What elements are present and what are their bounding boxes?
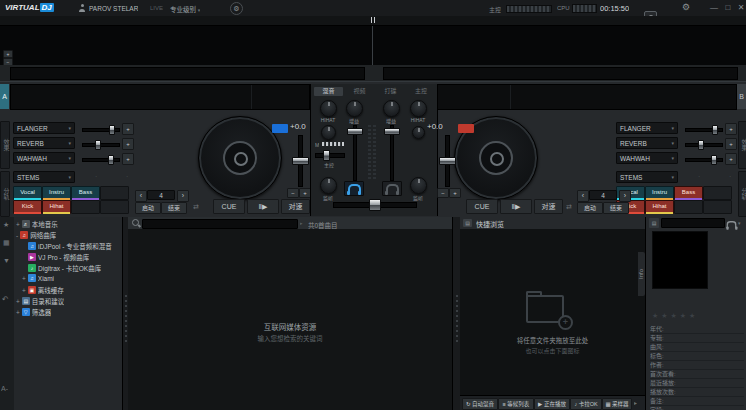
sampler-button[interactable]: ▦ 采样器 <box>602 398 632 410</box>
broadcast-icon[interactable]: ⚙ <box>230 2 243 15</box>
search-input[interactable] <box>142 219 298 229</box>
info-menu-icon[interactable]: ▤ <box>649 218 659 228</box>
deck-a-beatjump-icon[interactable]: ⇄ <box>193 203 199 211</box>
maximize-button[interactable]: □ <box>723 2 733 14</box>
deck-a-pad-empty[interactable] <box>71 200 100 214</box>
deck-b-gain-knob[interactable] <box>383 100 400 117</box>
deck-a-fx1-select[interactable]: FLANGER▾ <box>13 122 75 134</box>
mixer-tab-scratch[interactable]: 打碟 <box>376 87 405 96</box>
chevron-down-icon[interactable]: ▾ <box>738 220 741 226</box>
deck-a-jog-wheel[interactable] <box>198 116 282 200</box>
info-side-tab[interactable]: Info <box>638 252 645 296</box>
automix-button[interactable]: ↻ 自动混音 <box>462 398 498 410</box>
tree-item-xiami[interactable]: +♫Xiami <box>22 274 54 282</box>
deck-a-pad-instru[interactable]: Instru <box>42 186 71 200</box>
deck-a-fx2-slider[interactable] <box>82 143 120 147</box>
deck-a-fx3-select[interactable]: WAHWAH▾ <box>13 152 75 164</box>
deck-b-fx2-add-button[interactable]: + <box>725 138 737 150</box>
cue-mix-knob[interactable] <box>412 126 425 139</box>
deck-b-pad-hihat[interactable]: Hihat <box>645 200 674 214</box>
deck-b-loop-half-button[interactable]: ‹ <box>577 190 589 202</box>
deck-a-fx3-add-button[interactable]: + <box>122 153 134 165</box>
deck-b-fx3-slider[interactable] <box>685 158 723 162</box>
wave-zoom-in-button[interactable]: + <box>3 50 13 58</box>
filter-icon[interactable]: ▼ <box>3 257 10 264</box>
tree-item-offline-cache[interactable]: +▣离线缓存 <box>22 285 64 295</box>
deck-b-cue-button[interactable]: CUE <box>466 199 498 214</box>
deck-a-cue-button[interactable]: CUE <box>213 199 245 214</box>
deck-b-pitch-minus-button[interactable]: − <box>437 188 449 198</box>
playlists-icon[interactable]: ▦ <box>3 239 10 247</box>
deck-b-fx3-add-button[interactable]: + <box>725 153 737 165</box>
track-list-panel[interactable]: 互联网媒体资源 输入您想检索的关键词 <box>128 229 452 410</box>
favorites-icon[interactable]: ★ <box>3 221 9 229</box>
deck-b-loop-out-button[interactable]: 结束 <box>603 202 629 214</box>
deck-b-fx3-slider-cap[interactable] <box>711 155 717 165</box>
deck-a-fx3-slider-cap[interactable] <box>108 155 114 165</box>
deck-b-pitch-cap[interactable] <box>439 157 456 165</box>
deck-a-pad-bass[interactable]: Bass <box>71 186 100 200</box>
deck-b-filter-knob[interactable] <box>410 100 427 117</box>
deck-b-waveform[interactable] <box>437 84 737 110</box>
headphone-volume-knob-right[interactable] <box>410 177 427 194</box>
rhythm-wave-window[interactable]: + − <box>0 26 746 65</box>
deck-a-waveform[interactable] <box>10 84 310 110</box>
deck-b-tab[interactable]: B <box>737 84 746 109</box>
deck-a-fx1-slider-cap[interactable] <box>109 125 115 135</box>
deck-b-fx2-slider[interactable] <box>685 143 723 147</box>
deck-a-pad-empty[interactable] <box>100 186 129 200</box>
deck-b-volume-cap[interactable] <box>384 128 400 135</box>
deck-b-pfl-button[interactable] <box>382 181 402 196</box>
deck-b-pad-empty[interactable] <box>674 200 703 214</box>
deck-a-sync-button[interactable]: 对速 <box>281 199 310 214</box>
font-size-icon[interactable]: A- <box>1 385 8 392</box>
layout-select[interactable]: 专业级别 ▾ <box>170 4 200 14</box>
rating-stars[interactable]: ★★★★★ <box>652 312 698 320</box>
deck-a-pfl-button[interactable] <box>344 181 364 196</box>
shortcuts-dropzone[interactable]: + 将任意文件夹拖放至此处 也可以点击下面图标 Info <box>460 229 645 395</box>
tree-item-local-music[interactable]: +♬本地音乐 <box>16 219 58 229</box>
deck-b-fx-sidetab[interactable]: 效果 <box>738 121 746 169</box>
deck-b-loop-in-button[interactable]: 启动 <box>577 202 603 214</box>
deck-a-pitch-cap[interactable] <box>292 157 309 165</box>
back-icon[interactable]: ↶ <box>2 295 9 304</box>
tree-item-vjpro[interactable]: ▶VJ Pro - 视频曲库 <box>28 252 89 262</box>
prelisten-headphone-icon[interactable] <box>726 221 736 228</box>
search-options-arrow[interactable]: ▸ <box>300 220 303 226</box>
deck-b-fx1-select[interactable]: FLANGER▾ <box>616 122 678 134</box>
now-playing-button[interactable]: ▶ 正在播放 <box>534 398 570 410</box>
close-button[interactable]: ✕ <box>736 2 746 14</box>
deck-a-fx-sidetab[interactable]: 效果 <box>0 121 10 169</box>
deck-a-loop-half-button[interactable]: ‹ <box>135 190 147 202</box>
deck-a-fx2-select[interactable]: REVERB▾ <box>13 137 75 149</box>
deck-b-song-overview[interactable] <box>383 67 738 80</box>
deck-b-stems-select[interactable]: STEMS▾ <box>616 171 678 183</box>
deck-a-loop-out-button[interactable]: 结束 <box>161 202 187 214</box>
deck-b-fx2-slider-cap[interactable] <box>698 140 704 150</box>
deck-b-sync-button[interactable]: 对速 <box>534 199 563 214</box>
deck-a-pitch-minus-button[interactable]: − <box>287 188 299 198</box>
deck-b-pad-bass[interactable]: Bass <box>674 186 703 200</box>
deck-a-fx3-slider[interactable] <box>82 158 120 162</box>
deck-a-volume-cap[interactable] <box>347 128 363 135</box>
deck-a-tab[interactable]: A <box>0 84 9 109</box>
live-button[interactable]: LIVE <box>150 5 163 11</box>
deck-a-loop-size[interactable]: 4 <box>147 190 175 200</box>
tree-item-folders-suggestions[interactable]: +▤目录和建议 <box>16 296 64 306</box>
master-volume-cap[interactable] <box>323 150 330 161</box>
mic-volume-knob[interactable] <box>321 125 336 140</box>
karaoke-button[interactable]: ♪ 卡拉OK <box>570 398 602 410</box>
deck-b-pad-empty[interactable] <box>703 200 732 214</box>
deck-a-stems-select[interactable]: STEMS▾ <box>13 171 75 183</box>
deck-a-stems-sidetab[interactable]: 分轨 <box>0 171 10 217</box>
sidelist-button[interactable]: ≡ 等候列表 <box>498 398 534 410</box>
deck-b-loop-size[interactable]: 4 <box>589 190 617 200</box>
deck-b-beatjump-icon[interactable]: ⇄ <box>566 203 572 211</box>
deck-a-gain-knob[interactable] <box>346 100 363 117</box>
deck-a-fx2-slider-cap[interactable] <box>95 140 101 150</box>
deck-a-fx1-add-button[interactable]: + <box>122 123 134 135</box>
deck-a-loop-in-button[interactable]: 启动 <box>135 202 161 214</box>
deck-a-pad-empty[interactable] <box>100 200 129 214</box>
master-volume-slider[interactable] <box>315 153 345 158</box>
deck-b-play-button[interactable]: Ⅱ▶ <box>500 199 532 214</box>
